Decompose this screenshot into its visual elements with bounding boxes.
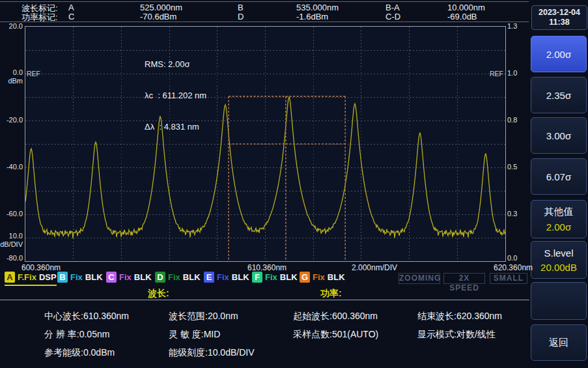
marker-ba-value: 10.000nm bbox=[447, 3, 485, 12]
trace-c-status: BLK bbox=[134, 272, 152, 282]
y-label-0: 0.0 bbox=[0, 68, 23, 76]
trace-g-status: BLK bbox=[328, 272, 345, 282]
trace-g-badge: G bbox=[300, 272, 310, 283]
y-label--20: -20.0 bbox=[0, 116, 23, 124]
power-readout-label: 功率: bbox=[320, 288, 342, 300]
sigma-2.00-button[interactable]: 2.00σ bbox=[531, 36, 587, 72]
trace-d-badge: D bbox=[155, 272, 165, 283]
trace-a-status: DSP bbox=[39, 272, 57, 282]
y-label-20: 20.0 bbox=[0, 22, 23, 30]
trace-a-button[interactable]: A F.Fix DSP bbox=[5, 270, 57, 286]
marker-b-name: B bbox=[238, 3, 244, 12]
zooming-indicator[interactable]: ZOOMING bbox=[399, 273, 440, 284]
button-label: 3.00σ bbox=[546, 130, 571, 141]
marker-ba-name: B-A bbox=[385, 3, 400, 12]
sigma-3.00-button[interactable]: 3.00σ bbox=[531, 117, 587, 154]
ref-marker-left: REF bbox=[27, 70, 40, 78]
trace-e-badge: E bbox=[204, 272, 214, 283]
spectrum-trace-svg bbox=[25, 27, 505, 261]
trace-f-status: BLK bbox=[280, 272, 298, 282]
delta-lambda-annotation: Δλ : 4.831 nm bbox=[145, 122, 206, 132]
readout-divider bbox=[0, 300, 529, 300]
trace-a-badge: A bbox=[5, 272, 15, 283]
osa-screen: 波长标记: A 525.000nm B 535.000nm B-A 10.000… bbox=[0, 0, 588, 368]
resolution: 分 辨 率:0.05nm bbox=[44, 329, 169, 347]
display-mode: 显示模式:对数/线性 bbox=[417, 329, 526, 347]
marker-cd-name: C-D bbox=[385, 12, 400, 21]
y-right-0.5: 0.5 bbox=[507, 163, 517, 171]
trace-e-mode: Fix bbox=[217, 272, 229, 282]
marker-a-name: A bbox=[68, 3, 74, 12]
trace-c-mode: Fix bbox=[119, 272, 132, 282]
y-scale-unit: dB/DIV bbox=[0, 240, 23, 248]
analysis-annotation: RMS: 2.00σ λc : 611.202 nm Δλ : 4.831 nm bbox=[145, 38, 206, 153]
button-value: 20.00dB bbox=[540, 262, 577, 273]
time-text: 11:38 bbox=[549, 18, 569, 27]
trace-f-badge: F bbox=[252, 272, 262, 283]
trace-a-mode: F.Fix bbox=[18, 272, 36, 282]
trace-g-mode: Fix bbox=[313, 272, 325, 282]
trace-b-mode: Fix bbox=[70, 272, 83, 282]
y-unit-dbm: dBm bbox=[0, 77, 23, 85]
trace-f-button[interactable]: F Fix BLK bbox=[252, 270, 298, 285]
sweep-parameters: 中心波长:610.360nm 波长范围:20.0nm 起始波长:600.360n… bbox=[44, 311, 526, 365]
button-label: 2.35σ bbox=[546, 90, 571, 101]
button-label: 2.00σ bbox=[546, 49, 571, 60]
trace-d-mode: Fix bbox=[168, 272, 180, 282]
y-right-0.8: 0.8 bbox=[507, 116, 517, 124]
stop-wavelength: 结束波长:620.360nm bbox=[417, 311, 526, 329]
x-div-label: 2.000nm/DIV bbox=[352, 263, 397, 272]
sensitivity: 灵 敏 度:MID bbox=[169, 329, 293, 347]
other-value-button[interactable]: 其他值 2.00σ bbox=[531, 200, 587, 238]
trace-e-button[interactable]: E Fix BLK bbox=[204, 270, 249, 285]
return-button[interactable]: 返回 bbox=[531, 324, 587, 361]
lambda-c-annotation: λc : 611.202 nm bbox=[145, 91, 206, 101]
ref-marker-right: REF bbox=[490, 70, 503, 78]
button-label: 返回 bbox=[549, 337, 568, 349]
x-end-label: 620.360nm bbox=[494, 263, 533, 272]
marker-c-name: C bbox=[68, 12, 74, 21]
trace-b-badge: B bbox=[57, 272, 68, 283]
small-indicator[interactable]: SMALL bbox=[490, 273, 527, 284]
trace-c-button[interactable]: C Fix BLK bbox=[106, 270, 152, 285]
center-wavelength: 中心波长:610.360nm bbox=[44, 311, 169, 329]
trace-b-status: BLK bbox=[85, 272, 103, 282]
spectrum-plot bbox=[25, 26, 506, 262]
trace-d-button[interactable]: D Fix BLK bbox=[155, 270, 201, 285]
y-right-0.3: 0.3 bbox=[507, 210, 517, 218]
header-divider bbox=[0, 21, 529, 22]
rms-annotation: RMS: 2.00σ bbox=[145, 59, 206, 70]
marker-a-value: 525.000nm bbox=[140, 3, 182, 12]
marker-cd-value: -69.0dB bbox=[447, 12, 477, 21]
button-label: 其他值 bbox=[544, 206, 574, 218]
sigma-2.35-button[interactable]: 2.35σ bbox=[531, 77, 587, 113]
y-right-1.3: 1.3 bbox=[507, 22, 517, 30]
sigma-6.07-button[interactable]: 6.07σ bbox=[531, 158, 587, 195]
y-label--40: -40.0 bbox=[0, 163, 23, 171]
trace-d-status: BLK bbox=[183, 272, 201, 282]
y-label--60: -60.0 bbox=[0, 210, 23, 218]
y-right-0.0: 0.0 bbox=[507, 254, 517, 262]
marker-d-name: D bbox=[238, 12, 244, 21]
button-label: 6.07σ bbox=[546, 171, 571, 182]
marker-d-value: -1.6dBm bbox=[296, 12, 328, 21]
button-label: S.level bbox=[544, 248, 573, 259]
reference-level: 参考能级:0.0dBm bbox=[44, 347, 169, 365]
y-scale-value: 10.0 bbox=[0, 232, 23, 240]
empty-cell bbox=[417, 347, 526, 365]
level-scale: 能级刻度:10.0dB/DIV bbox=[169, 347, 293, 365]
y-label--80: -80.0 bbox=[0, 254, 23, 262]
trace-b-button[interactable]: B Fix BLK bbox=[57, 270, 103, 285]
s-level-button[interactable]: S.level 20.00dB bbox=[531, 241, 587, 279]
marker-c-value: -70.6dBm bbox=[140, 12, 176, 21]
blank-button[interactable] bbox=[531, 282, 587, 320]
trace-g-button[interactable]: G Fix BLK bbox=[300, 270, 345, 285]
2x-speed-indicator[interactable]: 2X SPEED bbox=[443, 273, 485, 284]
y-right-1.0: 1.0 bbox=[507, 69, 517, 77]
wavelength-span: 波长范围:20.0nm bbox=[169, 311, 293, 329]
start-wavelength: 起始波长:600.360nm bbox=[293, 311, 417, 329]
empty-cell bbox=[293, 347, 417, 365]
sample-points: 采样点数:501(AUTO) bbox=[293, 329, 417, 347]
top-divider bbox=[0, 1, 529, 2]
trace-f-mode: Fix bbox=[265, 272, 277, 282]
